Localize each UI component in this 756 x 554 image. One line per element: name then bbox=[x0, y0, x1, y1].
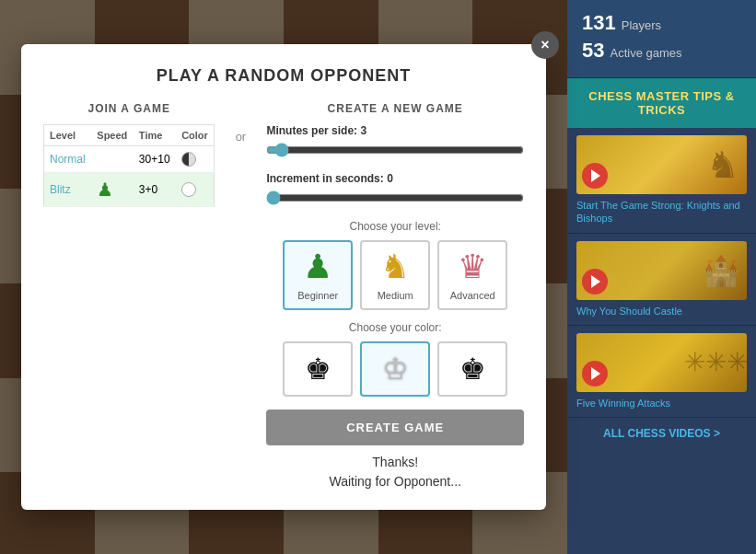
table-row[interactable]: Normal 30+10 bbox=[44, 146, 215, 173]
advanced-label: Advanced bbox=[450, 290, 495, 301]
close-button[interactable]: × bbox=[531, 31, 559, 59]
beginner-piece-icon: ♟ bbox=[303, 248, 332, 286]
active-label: Active games bbox=[610, 46, 681, 60]
or-divider: or bbox=[229, 102, 251, 491]
castle-icon: 🏰 bbox=[703, 253, 739, 288]
color-buttons: ♚ ♔ ♚ bbox=[266, 341, 524, 397]
waiting-text: Thanks! Waiting for Opponent... bbox=[266, 453, 524, 491]
minutes-slider[interactable] bbox=[266, 143, 524, 157]
join-section: JOIN A GAME Level Speed Time Color Norma… bbox=[43, 102, 215, 491]
color-black2-button[interactable]: ♚ bbox=[437, 341, 507, 397]
medium-piece-icon: ♞ bbox=[380, 248, 410, 286]
video-item-knights: ♞ Start The Game Strong: Knights and Bis… bbox=[567, 128, 756, 234]
speed-normal bbox=[91, 146, 134, 173]
beginner-label: Beginner bbox=[297, 290, 338, 301]
time-blitz: 3+0 bbox=[134, 173, 176, 207]
create-title: CREATE A NEW GAME bbox=[266, 102, 524, 115]
create-game-button[interactable]: CREATE GAME bbox=[266, 410, 524, 445]
video-link-knights[interactable]: Start The Game Strong: Knights and Bisho… bbox=[576, 199, 747, 225]
video-link-attacks[interactable]: Five Winning Attacks bbox=[576, 397, 747, 410]
time-normal: 30+10 bbox=[134, 146, 176, 173]
tips-header: CHESS MASTER TIPS & TRICKS bbox=[567, 78, 756, 128]
knight-icon: ♞ bbox=[706, 144, 739, 186]
black-king-icon: ♚ bbox=[305, 352, 331, 387]
right-panel: 131 Players 53 Active games CHESS MASTER… bbox=[567, 0, 756, 554]
video-thumb-attacks[interactable]: ✳✳✳✳✳✳ bbox=[576, 333, 747, 392]
burst-icons: ✳✳✳✳✳✳ bbox=[684, 347, 739, 377]
level-blitz: Blitz bbox=[50, 183, 71, 196]
col-color: Color bbox=[176, 125, 215, 146]
create-section: CREATE A NEW GAME Minutes per side: 3 In… bbox=[266, 102, 524, 491]
col-time: Time bbox=[134, 125, 176, 146]
level-normal: Normal bbox=[50, 153, 86, 166]
players-count: 131 bbox=[582, 11, 616, 35]
color-black-button[interactable]: ♚ bbox=[283, 341, 353, 397]
level-choose-label: Choose your level: bbox=[266, 220, 524, 233]
increment-slider[interactable] bbox=[266, 190, 524, 205]
modal-overlay: × PLAY A RANDOM OPPONENT JOIN A GAME Lev… bbox=[0, 0, 567, 554]
level-advanced-button[interactable]: ♛ Advanced bbox=[437, 240, 507, 310]
level-medium-button[interactable]: ♞ Medium bbox=[360, 240, 430, 310]
advanced-piece-icon: ♛ bbox=[458, 248, 487, 286]
minutes-slider-section: Minutes per side: 3 bbox=[266, 124, 524, 161]
col-level: Level bbox=[44, 125, 92, 146]
table-row[interactable]: Blitz ♟ 3+0 bbox=[44, 173, 215, 207]
video-link-castle[interactable]: Why You Should Castle bbox=[576, 305, 747, 317]
join-title: JOIN A GAME bbox=[43, 102, 215, 115]
col-speed: Speed bbox=[91, 125, 134, 146]
modal-body: JOIN A GAME Level Speed Time Color Norma… bbox=[43, 102, 524, 491]
play-button-attacks[interactable] bbox=[582, 361, 608, 387]
level-beginner-button[interactable]: ♟ Beginner bbox=[283, 240, 353, 310]
pawn-icon: ♟ bbox=[97, 179, 113, 200]
modal-dialog: × PLAY A RANDOM OPPONENT JOIN A GAME Lev… bbox=[21, 44, 546, 510]
minutes-label: Minutes per side: 3 bbox=[266, 124, 524, 137]
game-table: Level Speed Time Color Normal 30+10 bbox=[43, 124, 215, 207]
or-label: or bbox=[236, 130, 247, 144]
increment-label: Increment in seconds: 0 bbox=[266, 172, 524, 185]
play-button-knights[interactable] bbox=[582, 163, 608, 189]
modal-title: PLAY A RANDOM OPPONENT bbox=[43, 66, 524, 86]
medium-label: Medium bbox=[378, 290, 413, 301]
active-count: 53 bbox=[582, 39, 604, 63]
white-king-icon: ♔ bbox=[382, 352, 409, 387]
level-buttons: ♟ Beginner ♞ Medium ♛ Advanced bbox=[266, 240, 524, 310]
color-half-circle bbox=[181, 152, 196, 167]
waiting-line1: Thanks! bbox=[266, 453, 524, 472]
play-button-castle[interactable] bbox=[582, 269, 608, 294]
black-king2-icon: ♚ bbox=[459, 352, 486, 387]
color-empty-circle bbox=[181, 182, 196, 197]
video-thumb-knights[interactable]: ♞ bbox=[576, 135, 747, 194]
video-item-attacks: ✳✳✳✳✳✳ Five Winning Attacks bbox=[567, 326, 756, 418]
stats-box: 131 Players 53 Active games bbox=[567, 0, 756, 78]
all-videos-link[interactable]: ALL CHESS VIDEOS > bbox=[567, 418, 756, 449]
players-label: Players bbox=[622, 18, 661, 32]
color-white-button[interactable]: ♔ bbox=[360, 341, 430, 397]
video-item-castle: 🏰 Why You Should Castle bbox=[567, 234, 756, 326]
video-thumb-castle[interactable]: 🏰 bbox=[576, 241, 747, 300]
waiting-line2: Waiting for Opponent... bbox=[266, 472, 524, 491]
increment-slider-section: Increment in seconds: 0 bbox=[266, 172, 524, 209]
color-choose-label: Choose your color: bbox=[266, 321, 524, 334]
